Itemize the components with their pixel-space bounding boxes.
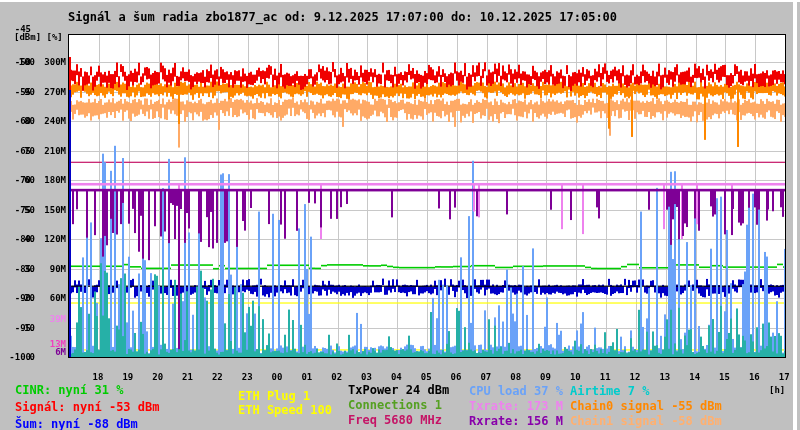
x-tick-label: 01 [296,372,318,382]
y-tick-label: 40 [16,234,35,244]
y-axis-unit-label: [dBm] [%] [14,32,63,42]
x-tick-label: 02 [326,372,348,382]
x-tick-label: 11 [594,372,616,382]
x-tick-label: 19 [117,372,139,382]
x-tick-label: 04 [385,372,407,382]
legend-eth-plug: ETH Plug 1 [238,389,310,403]
legend-chain1: Chain1 signal -58 dBm [570,414,722,428]
x-tick-label: 08 [505,372,527,382]
y-tick-label: 20 [16,293,35,303]
x-tick-label: 17 [773,372,795,382]
x-tick-label: 14 [684,372,706,382]
y-tick-label: 60M [40,293,66,303]
y-tick-label: 90 [16,87,35,97]
y-tick-label: 90M [40,264,66,274]
x-tick-label: 16 [743,372,765,382]
x-tick-label: 05 [415,372,437,382]
y-tick-label: 50 [16,205,35,215]
legend-airtime: Airtime 7 % [570,384,649,398]
y-tick-label: 120M [40,234,66,244]
x-tick-label: 20 [147,372,169,382]
legend-connections: Connections 1 [348,398,442,412]
x-tick-label: 07 [475,372,497,382]
y-tick-label: 80 [16,116,35,126]
rrd-monitoring-graph: Signál a šum radia zbo1877_ac od: 9.12.2… [0,0,800,430]
x-tick-label: 21 [177,372,199,382]
y-tick-label: 180M [40,175,66,185]
legend-signal: Signál: nyní -53 dBm [15,400,160,414]
legend-freq: Freq 5680 MHz [348,413,442,427]
y-tick-label: 10 [16,323,35,333]
x-tick-label: 00 [266,372,288,382]
y-tick-label: 30 [16,264,35,274]
x-tick-label: 13 [654,372,676,382]
legend-chain0: Chain0 signal -55 dBm [570,399,722,413]
x-tick-label: 06 [445,372,467,382]
y-axis-mark-6m: 6M [40,347,66,357]
x-tick-label: 18 [87,372,109,382]
y-tick-label: 100 [16,57,35,67]
x-axis-unit-label: [h] [769,385,785,395]
x-tick-label: 03 [356,372,378,382]
legend-txpower: TxPower 24 dBm [348,383,449,397]
x-tick-label: 09 [535,372,557,382]
window-edge-highlight [793,2,797,430]
y-tick-label: 0 [16,352,35,362]
legend-eth-speed: ETH Speed 100 [238,403,332,417]
x-tick-label: 15 [714,372,736,382]
legend-txrate: Txrate: 173 M [469,399,563,413]
legend-noise: Šum: nyní -88 dBm [15,417,138,430]
x-tick-label: 23 [236,372,258,382]
y-tick-label: 270M [40,87,66,97]
y-tick-label: 150M [40,205,66,215]
y-tick-label: 240M [40,116,66,126]
legend-cpu-load: CPU load 37 % [469,384,563,398]
x-tick-label: 12 [624,372,646,382]
y-axis-mark-39m: 39M [40,314,66,324]
signal-noise-chart-canvas [0,2,800,430]
y-tick-label: 70 [16,146,35,156]
chart-title: Signál a šum radia zbo1877_ac od: 9.12.2… [68,10,617,24]
x-tick-label: 22 [206,372,228,382]
y-tick-label: 300M [40,57,66,67]
y-tick-label: 60 [16,175,35,185]
legend-cinr: CINR: nyní 31 % [15,383,123,397]
y-tick-label: 210M [40,146,66,156]
legend-rxrate: Rxrate: 156 M [469,414,563,428]
x-tick-label: 10 [564,372,586,382]
